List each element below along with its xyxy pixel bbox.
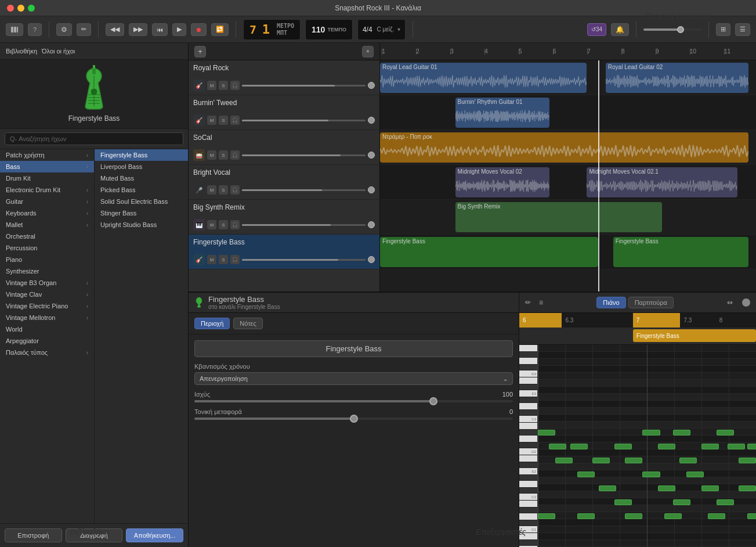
note-2-1[interactable] [592,458,610,463]
note-1-0[interactable] [549,444,566,449]
time-sig-display[interactable]: 4/4 C μείζ. ▾ [357,19,406,40]
master-volume-thumb[interactable] [677,26,684,33]
piano-key-1[interactable] [519,352,537,358]
note-6-5[interactable] [747,513,756,519]
note-5-1[interactable] [673,499,690,505]
piano-key-15[interactable] [519,442,537,448]
note-6-0[interactable] [538,513,555,519]
headphones-button[interactable]: 🎧 [230,81,240,90]
pr-expand-btn[interactable]: ⇔ [727,298,733,307]
note-4-2[interactable] [701,485,719,491]
solo-button[interactable]: S [219,116,228,125]
solo-button[interactable]: S [219,185,228,195]
patch-item-muted-bass[interactable]: Muted Bass [95,172,188,184]
piano-key-18[interactable] [519,462,537,468]
piano-key-8[interactable] [519,397,537,403]
add-track-button[interactable]: + [194,46,206,57]
note-5-0[interactable] [614,499,632,505]
piano-key-19[interactable]: E2 [519,468,537,475]
library-tab-all[interactable]: Όλοι οι ήχοι [42,48,75,55]
pr-close-btn[interactable] [742,298,750,307]
traffic-lights[interactable] [7,5,35,12]
track-item-royal-rock[interactable]: Royal Rock 🎸 M S 🎧 [189,60,379,95]
pan-knob[interactable] [368,117,375,124]
close-button[interactable] [7,5,14,12]
note-4-0[interactable] [599,485,616,491]
piano-key-26[interactable] [519,513,537,520]
skip-back-button[interactable]: ⏮ [152,23,168,36]
piano-key-24[interactable] [519,501,537,508]
note-6-2[interactable] [625,513,642,519]
solo-button[interactable]: S [219,150,228,160]
note-3-2[interactable] [686,472,704,477]
piano-key-23[interactable]: C2 [519,494,537,501]
mute-button[interactable]: M [207,220,216,229]
track-volume-slider[interactable] [242,259,366,261]
velocity-thumb[interactable] [429,397,437,405]
fast-forward-button[interactable]: ▶▶ [129,23,147,36]
headphones-button[interactable]: 🎧 [230,185,240,195]
minimize-button[interactable] [17,5,24,12]
piano-key-4[interactable]: G3 [519,370,537,377]
category-item-vintage-clav[interactable]: Vintage Clav› [0,289,94,300]
category-item-percussion[interactable]: Percussion [0,242,94,254]
patch-item-stinger-bass[interactable]: Stinger Bass [95,207,188,219]
piano-key-13[interactable] [519,430,537,436]
piano-key-27[interactable] [519,520,537,526]
tab-notes[interactable]: Νότες [233,318,262,329]
piano-key-22[interactable] [519,488,537,494]
note-3-0[interactable] [577,472,595,477]
headphones-button[interactable]: 🎧 [230,255,240,264]
category-item-bass[interactable]: Bass› [0,161,94,172]
headphones-button[interactable]: 🎧 [230,116,240,125]
note-1-1[interactable] [570,444,588,449]
track-volume-slider[interactable] [242,120,366,121]
pan-knob[interactable] [368,186,375,193]
piano-key-7[interactable]: E3 [519,390,537,397]
count-in-button[interactable]: ↺34 [587,23,606,36]
piano-key-3[interactable] [519,365,537,370]
track-item-big-synth[interactable]: Big Synth Remix 🎹 M S 🎧 [189,200,379,235]
note-1-4[interactable] [701,444,719,449]
pan-knob[interactable] [368,152,375,159]
category-item-world[interactable]: World [0,323,94,335]
category-item-arpeggiator[interactable]: Arpeggiator [0,335,94,347]
mute-button[interactable]: M [207,81,216,90]
piano-key-16[interactable]: G2 [519,448,537,455]
grid-view-button[interactable]: ⊞ [716,23,730,36]
piano-key-14[interactable] [519,436,537,442]
piano-key-9[interactable] [519,403,537,410]
category-item-keyboards[interactable]: Keyboards› [0,207,94,219]
master-volume-slider[interactable] [643,28,701,31]
tuner-button[interactable]: 🔔 [611,23,629,36]
note-2-3[interactable] [679,458,697,463]
category-item-orchestral[interactable]: Orchestral [0,231,94,242]
category-item-synthesizer[interactable]: Synthesizer [0,265,94,277]
note-2-4[interactable] [739,458,756,463]
track-segment-5-1[interactable]: Fingerstyle Bass [613,237,748,267]
track-segment-3-1[interactable]: Midnight Moves Vocal 02.1 [587,167,737,197]
maximize-button[interactable] [28,5,35,12]
note-5-2[interactable] [717,499,734,505]
headphones-button[interactable]: 🎧 [230,150,240,160]
patch-name-display[interactable]: Fingerstyle Bass [194,340,513,357]
category-item-vintage-mellotron[interactable]: Vintage Mellotron› [0,312,94,323]
note-4-3[interactable] [739,485,756,491]
track-volume-slider[interactable] [242,224,366,226]
track-segment-1-0[interactable]: Burnin' Rhythm Guitar 01 [455,98,549,128]
pr-fingerstyle-segment[interactable]: Fingerstyle Bass [633,329,756,342]
note-6-3[interactable] [664,513,682,519]
transpose-thumb[interactable] [350,415,358,423]
tab-region[interactable]: Περιοχή [194,318,230,329]
track-volume-slider[interactable] [242,154,366,156]
piano-key-0[interactable] [519,345,537,352]
patch-item-solid-soul[interactable]: Solid Soul Electric Bass [95,196,188,207]
track-segment-4-0[interactable]: Big Synth Remix [455,202,662,232]
note-1-3[interactable] [658,444,675,449]
track-options-button[interactable]: ≡ [362,46,374,57]
play-button[interactable]: ▶ [172,23,186,36]
mute-button[interactable]: M [207,255,216,264]
track-segment-2-0[interactable]: Ντράμερ - Ποπ ροκ [380,132,748,163]
piano-roll-back-btn[interactable]: ✏ [525,298,531,307]
track-segment-5-0[interactable]: Fingerstyle Bass [380,237,598,267]
